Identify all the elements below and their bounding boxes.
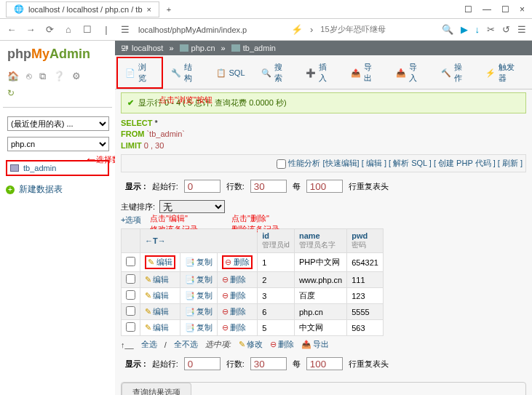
forward-button[interactable]: →	[25, 24, 36, 35]
select-none-link[interactable]: 全不选	[174, 339, 198, 350]
tab-sql[interactable]: 📋SQL	[208, 57, 253, 89]
select-all-link[interactable]: 全选	[141, 339, 157, 350]
bulk-edit[interactable]: ✎ 修改	[239, 339, 263, 350]
browser-tab[interactable]: 🌐 localhost / localhost / php.cn / tb ×	[6, 1, 159, 17]
refresh-icon[interactable]: ↻	[7, 88, 15, 98]
back-button[interactable]: ←	[6, 24, 17, 35]
row-copy[interactable]: 📑 复制	[185, 306, 213, 317]
undo-icon[interactable]: ↺	[502, 24, 510, 35]
bulk-export[interactable]: 📤 导出	[301, 339, 329, 350]
breadcrumb-server[interactable]: 🖳localhost	[121, 44, 163, 52]
copy-icon: 📑	[185, 258, 195, 267]
results-options-tab[interactable]: 查询结果选项	[122, 383, 191, 395]
delete-icon: ⊖	[225, 258, 231, 266]
row-checkbox[interactable]	[126, 290, 135, 300]
address-bar[interactable]: localhost/phpMyAdmin/index.p	[138, 25, 284, 34]
cut-icon[interactable]: ✂	[487, 24, 495, 35]
row-checkbox[interactable]	[126, 257, 135, 266]
sql-icon: 📋	[216, 68, 226, 78]
cell-name: php.cn	[294, 304, 346, 320]
tab-import[interactable]: 📥导入	[388, 57, 433, 89]
reload-button[interactable]: ⟳	[44, 24, 55, 35]
pagination-bar-top: 显示 : 起始行: 行数: 每 行重复表头	[121, 175, 526, 197]
row-delete[interactable]: ⊖ 删除	[222, 274, 246, 285]
query-icon[interactable]: ⧉	[39, 71, 46, 82]
row-copy[interactable]: 📑 复制	[185, 290, 213, 301]
database-select[interactable]: php.cn	[7, 137, 109, 151]
cell-pwd: 563	[347, 320, 384, 336]
col-checkbox	[122, 229, 140, 253]
home-icon[interactable]: 🏠	[7, 71, 19, 82]
edit-link[interactable]: 编辑	[366, 159, 382, 167]
col-id[interactable]: id管理员id	[258, 229, 295, 253]
row-edit[interactable]: ✎ 编辑	[145, 322, 169, 333]
server-icon: 🖳	[121, 44, 129, 52]
sort-select[interactable]: 无	[159, 200, 225, 213]
row-copy[interactable]: 📑 复制	[185, 322, 213, 333]
repeat-header-input[interactable]	[306, 180, 343, 193]
tab-search[interactable]: 🔍搜索	[253, 57, 298, 89]
row-edit[interactable]: ✎ 编辑	[145, 255, 175, 269]
start-row-input[interactable]	[184, 180, 221, 193]
bookmark-icon[interactable]: ☐	[464, 4, 472, 15]
query-tool-links: 性能分析 [快速编辑] [ 编辑 ] [ 解析 SQL ] [ 创建 PHP 代…	[121, 154, 526, 172]
col-name[interactable]: name管理员名字	[294, 229, 346, 253]
quick-edit-link[interactable]: 快速编辑	[325, 159, 357, 167]
bookmark-button[interactable]: ☐	[82, 24, 93, 35]
plus-icon: +	[6, 185, 15, 194]
tab-browse[interactable]: 📄浏览	[116, 57, 163, 89]
explain-link[interactable]: 解析 SQL	[393, 159, 427, 167]
pagination-bar-bottom: 显示 : 起始行: 行数: 每 行重复表头	[121, 353, 526, 375]
delete-icon: ⊖	[222, 307, 229, 316]
help-icon[interactable]: ❔	[53, 71, 65, 82]
menu-icon[interactable]: ☰	[517, 24, 526, 35]
row-delete[interactable]: ⊖ 删除	[222, 255, 253, 269]
search-icon[interactable]: 🔍	[442, 24, 453, 35]
rows-input[interactable]	[250, 180, 287, 193]
tab-triggers[interactable]: ⚡触发器	[477, 57, 531, 89]
tab-structure[interactable]: 🔧结构	[163, 57, 208, 89]
start-row-input-bottom[interactable]	[184, 357, 221, 370]
download-icon[interactable]: ↓	[475, 24, 480, 35]
table-row: ✎ 编辑📑 复制⊖ 删除3百度123	[122, 288, 384, 304]
create-php-link[interactable]: 创建 PHP 代码	[438, 159, 491, 167]
row-checkbox[interactable]	[126, 322, 135, 332]
row-edit[interactable]: ✎ 编辑	[145, 290, 169, 301]
new-tab-button[interactable]: +	[161, 1, 177, 17]
tab-operations[interactable]: 🔨操作	[433, 57, 478, 89]
row-delete[interactable]: ⊖ 删除	[222, 290, 246, 301]
tab-export[interactable]: 📤导出	[343, 57, 388, 89]
cell-name: 中文网	[294, 320, 346, 336]
home-button[interactable]: ⌂	[63, 24, 74, 35]
rows-input-bottom[interactable]	[250, 357, 287, 370]
tab-insert[interactable]: ➕插入	[298, 57, 343, 89]
new-table-link[interactable]: + 新建数据表	[6, 183, 109, 196]
options-toggle[interactable]: +选项	[121, 215, 141, 224]
search-hint[interactable]: 15岁少年恐吓继母	[320, 24, 393, 35]
bulk-delete[interactable]: ⊖ 删除	[270, 339, 294, 350]
refresh-link[interactable]: 刷新	[502, 159, 518, 167]
close-tab-icon[interactable]: ×	[147, 5, 151, 14]
row-edit[interactable]: ✎ 编辑	[145, 306, 169, 317]
recent-tables-select[interactable]: (最近使用的表) ...	[7, 116, 109, 131]
minimize-button[interactable]: —	[483, 4, 491, 15]
row-edit[interactable]: ✎ 编辑	[145, 274, 169, 285]
cell-name: www.php.cn	[294, 272, 346, 288]
row-copy[interactable]: 📑 复制	[185, 257, 213, 268]
logout-icon[interactable]: ⎋	[26, 71, 32, 82]
row-delete[interactable]: ⊖ 删除	[222, 306, 246, 317]
col-pwd[interactable]: pwd密码	[347, 229, 384, 253]
row-delete[interactable]: ⊖ 删除	[222, 322, 246, 333]
play-icon[interactable]: ▶	[461, 24, 468, 35]
repeat-header-input-bottom[interactable]	[306, 357, 343, 370]
profiling-checkbox[interactable]	[277, 159, 286, 169]
close-window-button[interactable]: ×	[520, 4, 525, 15]
row-copy[interactable]: 📑 复制	[185, 274, 213, 285]
row-checkbox[interactable]	[126, 306, 135, 316]
settings-icon[interactable]: ⚙	[72, 71, 81, 82]
row-checkbox[interactable]	[126, 274, 135, 284]
breadcrumb-database[interactable]: php.cn	[180, 44, 215, 52]
maximize-button[interactable]: ☐	[501, 4, 509, 15]
breadcrumb-table[interactable]: tb_admin	[231, 44, 276, 52]
phpmyadmin-logo: phpMyAdmin	[3, 45, 112, 68]
